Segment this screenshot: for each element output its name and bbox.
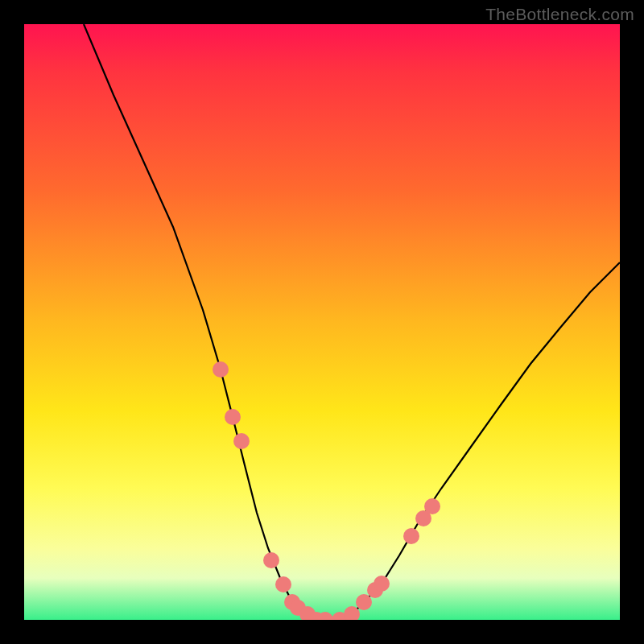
marker-dot: [233, 433, 250, 449]
marker-dot: [424, 498, 440, 514]
chart-frame: TheBottleneck.com: [0, 0, 644, 644]
watermark-text: TheBottleneck.com: [485, 5, 634, 24]
marker-dot: [263, 552, 279, 568]
marker-dot: [275, 576, 291, 592]
curve-svg: [24, 24, 620, 620]
main-curve: [84, 24, 620, 620]
plot-area: [24, 24, 620, 620]
marker-dot: [403, 528, 419, 544]
marker-group: [213, 361, 440, 620]
marker-dot: [225, 409, 241, 425]
marker-dot: [356, 594, 372, 610]
marker-dot: [213, 361, 229, 378]
marker-dot: [374, 576, 390, 592]
